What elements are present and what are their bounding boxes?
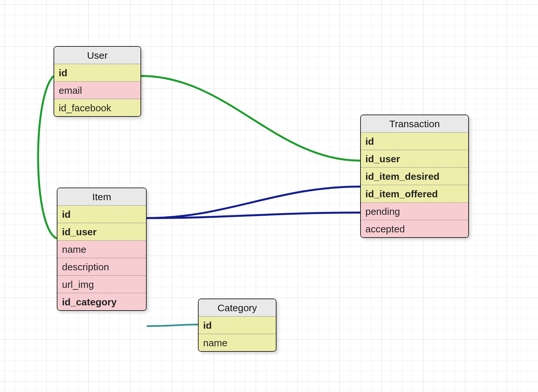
field-category-name[interactable]: name [199,334,276,351]
field-user-id-facebook[interactable]: id_facebook [54,99,141,116]
field-transaction-id-user[interactable]: id_user [361,150,468,168]
field-user-email[interactable]: email [54,82,141,99]
field-category-id[interactable]: id [199,317,276,334]
field-item-description[interactable]: description [57,258,146,276]
diagram-canvas[interactable]: User id email id_facebook Item id id_use… [0,0,538,392]
field-transaction-pending[interactable]: pending [361,203,468,220]
field-user-id[interactable]: id [54,64,141,82]
field-item-name[interactable]: name [57,241,146,258]
entity-transaction-title: Transaction [361,115,468,133]
entity-item[interactable]: Item id id_user name description url_img… [57,188,147,311]
entity-category[interactable]: Category id name [198,299,276,352]
field-item-id-user[interactable]: id_user [57,223,146,241]
entity-transaction[interactable]: Transaction id id_user id_item_desired i… [360,115,469,238]
entity-category-title: Category [199,299,276,317]
entity-item-title: Item [57,188,146,206]
field-transaction-id-item-offered[interactable]: id_item_offered [361,185,468,203]
field-item-id[interactable]: id [57,206,146,223]
field-item-id-category[interactable]: id_category [57,293,146,310]
field-transaction-id[interactable]: id [361,133,468,150]
field-item-url-img[interactable]: url_img [57,276,146,293]
entity-user-title: User [54,47,141,64]
field-transaction-accepted[interactable]: accepted [361,220,468,237]
field-transaction-id-item-desired[interactable]: id_item_desired [361,168,468,185]
entity-user[interactable]: User id email id_facebook [54,46,141,117]
